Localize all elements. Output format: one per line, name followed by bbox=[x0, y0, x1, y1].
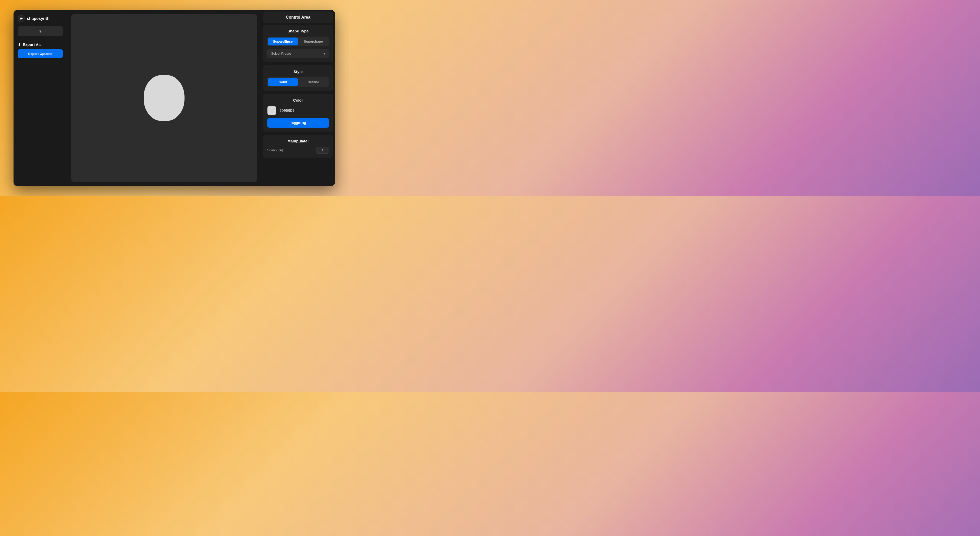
manipulate-section: Manipulate! ScaleX (A): 1 bbox=[263, 135, 333, 158]
solid-toggle-button[interactable]: Solid bbox=[268, 78, 298, 86]
app-window: ✳ shapesynth ☀ ⬇ Export As Export Option… bbox=[14, 10, 335, 186]
color-section: Color #D9D9D9 Toggle Bg bbox=[263, 94, 333, 132]
export-options-button[interactable]: Export Options bbox=[18, 49, 63, 58]
shape-type-section: Shape Type Superellipse Supershape Selec… bbox=[263, 25, 333, 62]
shape-canvas bbox=[71, 14, 257, 182]
control-panel: Control Area Shape Type Superellipse Sup… bbox=[261, 10, 335, 186]
style-title: Style bbox=[267, 69, 329, 74]
superellipse-shape bbox=[144, 75, 185, 121]
export-section: ⬇ Export As Export Options bbox=[18, 42, 63, 58]
scalex-row: ScaleX (A): 1 bbox=[267, 147, 329, 154]
logo-icon: ✳ bbox=[18, 15, 25, 22]
logo-area: ✳ shapesynth bbox=[18, 15, 63, 22]
preset-dropdown-wrapper: Select Preset Rounded Square Circle Squi… bbox=[267, 49, 329, 58]
download-icon: ⬇ bbox=[18, 43, 21, 47]
toggle-bg-button[interactable]: Toggle Bg bbox=[267, 118, 329, 127]
control-area-header: Control Area bbox=[263, 11, 333, 23]
color-title: Color bbox=[267, 98, 329, 102]
manipulate-title: Manipulate! bbox=[267, 139, 329, 143]
color-hex-value: #D9D9D9 bbox=[280, 108, 294, 113]
select-preset-dropdown[interactable]: Select Preset Rounded Square Circle Squi… bbox=[267, 49, 329, 58]
superellipse-toggle-button[interactable]: Superellipse bbox=[268, 38, 298, 45]
shape-type-toggle-group: Superellipse Supershape bbox=[267, 37, 329, 46]
style-section: Style Solid Outline bbox=[263, 65, 333, 91]
export-title: ⬇ Export As bbox=[18, 42, 63, 47]
shape-type-title: Shape Type bbox=[267, 29, 329, 33]
color-row: #D9D9D9 bbox=[267, 106, 329, 115]
outline-toggle-button[interactable]: Outline bbox=[299, 78, 328, 86]
scalex-value: 1 bbox=[316, 147, 329, 154]
sun-icon: ☀ bbox=[38, 29, 42, 34]
theme-toggle-button[interactable]: ☀ bbox=[18, 26, 63, 36]
color-swatch[interactable] bbox=[267, 106, 277, 115]
supershape-toggle-button[interactable]: Supershape bbox=[299, 38, 328, 45]
sidebar: ✳ shapesynth ☀ ⬇ Export As Export Option… bbox=[14, 10, 67, 186]
style-toggle-group: Solid Outline bbox=[267, 77, 329, 87]
canvas-area bbox=[71, 14, 257, 182]
scalex-label: ScaleX (A): bbox=[267, 148, 284, 152]
app-name: shapesynth bbox=[27, 16, 49, 21]
control-area-title: Control Area bbox=[286, 15, 310, 19]
